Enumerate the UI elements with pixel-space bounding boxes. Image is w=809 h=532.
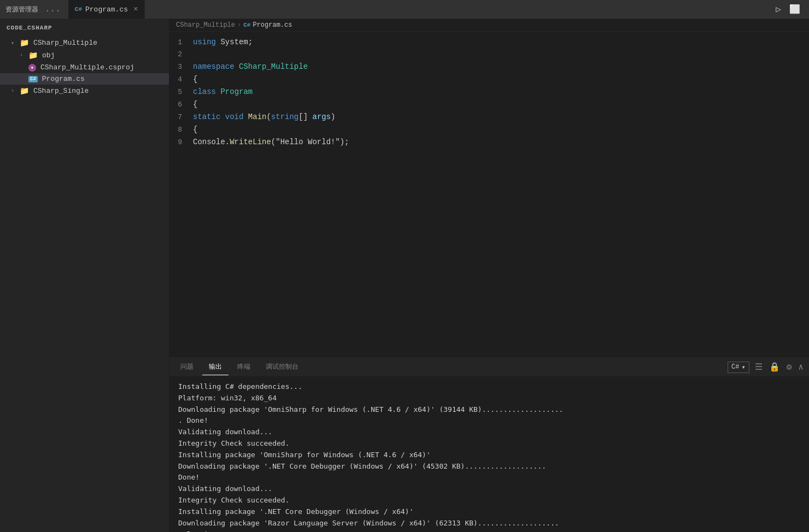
- root-label: CODE_CSHARP: [7, 25, 52, 31]
- explorer-label: 资源管理器: [5, 5, 38, 14]
- breadcrumb: CSharp_Multiple › C# Program.cs: [169, 19, 809, 32]
- code-token: (: [266, 113, 271, 121]
- title-bar-right: ▷ ⬜: [764, 4, 809, 15]
- line-number: 3: [174, 61, 193, 73]
- code-token: System;: [220, 38, 253, 46]
- tree-item-program-cs[interactable]: C#Program.cs: [0, 73, 169, 85]
- code-token: WriteLine: [230, 138, 271, 146]
- code-token: class: [193, 87, 220, 96]
- tree-item-label: CSharp_Multiple.csproj: [40, 63, 134, 72]
- code-line: 1using System;: [169, 36, 809, 49]
- breadcrumb-file: Program.cs: [253, 21, 292, 29]
- folder-arrow-icon: ▾: [11, 40, 17, 46]
- lang-label: C#: [731, 363, 739, 371]
- code-token: Main: [248, 113, 267, 121]
- code-line: 9 Console.WriteLine("Hello World!");: [169, 136, 809, 149]
- tree-item-label: CSharp_Single: [33, 87, 89, 95]
- tab-label: Program.cs: [85, 5, 128, 14]
- output-line: Installing package 'OmniSharp for Window…: [178, 450, 800, 461]
- code-token: ): [331, 113, 335, 121]
- output-line: Installing C# dependencies...: [178, 381, 800, 393]
- line-number: 7: [174, 111, 193, 123]
- code-content: Console.WriteLine("Hello World!");: [193, 136, 805, 148]
- line-number: 2: [174, 49, 193, 61]
- tab-cs-badge: C#: [75, 6, 82, 13]
- program-cs-tab[interactable]: C# Program.cs ×: [68, 0, 145, 19]
- code-token: static void: [193, 113, 248, 121]
- output-line: Downloading package '.NET Core Debugger …: [178, 461, 800, 472]
- title-bar: 资源管理器 ... C# Program.cs × ▷ ⬜: [0, 0, 809, 19]
- tab-terminal[interactable]: 终端: [231, 359, 257, 375]
- code-token: {: [193, 125, 197, 134]
- breadcrumb-folder: CSharp_Multiple: [176, 21, 235, 29]
- lang-selector[interactable]: C# ▾: [728, 362, 749, 373]
- code-line: 2: [169, 49, 809, 61]
- tree-item-csharp-multiple[interactable]: ▾ 📁CSharp_Multiple: [0, 37, 169, 49]
- code-content: {: [193, 98, 805, 110]
- code-content: namespace CSharp_Multiple: [193, 61, 805, 73]
- line-number: 4: [174, 74, 193, 86]
- tab-problems[interactable]: 问题: [174, 359, 200, 375]
- code-token: using: [193, 38, 220, 46]
- code-token: CSharp_Multiple: [239, 62, 308, 71]
- output-content[interactable]: Installing C# dependencies...Platform: w…: [169, 377, 809, 532]
- layout-button[interactable]: ⬜: [789, 4, 800, 15]
- code-editor[interactable]: 1using System;23namespace CSharp_Multipl…: [169, 32, 809, 357]
- code-token: args: [312, 113, 331, 121]
- code-content: {: [193, 73, 805, 85]
- code-content: {: [193, 123, 805, 135]
- tab-output[interactable]: 输出: [202, 359, 228, 375]
- tab-close-button[interactable]: ×: [133, 5, 138, 14]
- line-number: 1: [174, 37, 193, 49]
- folder-arrow-icon: ›: [11, 88, 17, 94]
- panel-tabs: 问题 输出 终端 调试控制台 C# ▾ ☰ 🔒 ⚙ ∧: [169, 358, 809, 377]
- output-line: Installing package '.NET Core Debugger (…: [178, 506, 800, 518]
- code-token: ("Hello World!");: [271, 138, 349, 146]
- lock-icon[interactable]: 🔒: [768, 360, 781, 374]
- code-token: string: [271, 113, 298, 121]
- code-token: {: [193, 100, 197, 109]
- output-line: Downloading package 'Razor Language Serv…: [178, 518, 800, 529]
- ellipsis-menu[interactable]: ...: [43, 4, 63, 14]
- sidebar-header: CODE_CSHARP: [0, 19, 169, 37]
- code-line: 5 class Program: [169, 86, 809, 98]
- list-icon[interactable]: ☰: [754, 360, 764, 374]
- line-number: 5: [174, 86, 193, 98]
- code-token: namespace: [193, 62, 239, 71]
- code-token: {: [193, 75, 197, 84]
- output-line: . Done!: [178, 415, 800, 427]
- settings-icon[interactable]: ⚙: [785, 360, 793, 374]
- output-line: Integrity Check succeeded.: [178, 495, 800, 506]
- editor-area: CSharp_Multiple › C# Program.cs 1using S…: [169, 19, 809, 532]
- output-line: . Done!: [178, 529, 800, 532]
- output-panel: 问题 输出 终端 调试控制台 C# ▾ ☰ 🔒 ⚙ ∧: [169, 357, 809, 532]
- chevron-up-icon[interactable]: ∧: [797, 360, 805, 374]
- line-number: 6: [174, 99, 193, 111]
- folder-icon: 📁: [20, 38, 29, 48]
- code-line: 3namespace CSharp_Multiple: [169, 61, 809, 73]
- title-bar-left: 资源管理器 ...: [0, 4, 68, 14]
- panel-right-controls: C# ▾ ☰ 🔒 ⚙ ∧: [728, 360, 805, 374]
- code-content: class Program: [193, 86, 805, 98]
- tree-item-label: CSharp_Multiple: [33, 39, 97, 47]
- code-line: 8 {: [169, 123, 809, 136]
- cs-file-icon: C#: [28, 76, 38, 82]
- main-content: CODE_CSHARP ▾ 📁CSharp_Multiple› 📁obj●CSh…: [0, 19, 809, 532]
- code-line: 7 static void Main(string[] args): [169, 111, 809, 123]
- tree-item-label: Program.cs: [42, 75, 85, 83]
- code-content: static void Main(string[] args): [193, 111, 805, 123]
- tree-item-obj[interactable]: › 📁obj: [0, 49, 169, 62]
- breadcrumb-sep1: ›: [237, 21, 241, 29]
- tree-item-label: obj: [42, 51, 55, 60]
- tab-debug-console[interactable]: 调试控制台: [259, 359, 305, 375]
- file-tree: ▾ 📁CSharp_Multiple› 📁obj●CSharp_Multiple…: [0, 37, 169, 97]
- output-line: Platform: win32, x86_64: [178, 393, 800, 404]
- run-button[interactable]: ▷: [773, 4, 784, 15]
- tree-item-csharp-single[interactable]: › 📁CSharp_Single: [0, 85, 169, 97]
- line-number: 8: [174, 124, 193, 136]
- app-container: 资源管理器 ... C# Program.cs × ▷ ⬜ CODE_CSHAR…: [0, 0, 809, 532]
- code-token: Program: [220, 87, 253, 96]
- sidebar: CODE_CSHARP ▾ 📁CSharp_Multiple› 📁obj●CSh…: [0, 19, 169, 532]
- tree-item-csproj[interactable]: ●CSharp_Multiple.csproj: [0, 62, 169, 73]
- code-line: 4{: [169, 73, 809, 86]
